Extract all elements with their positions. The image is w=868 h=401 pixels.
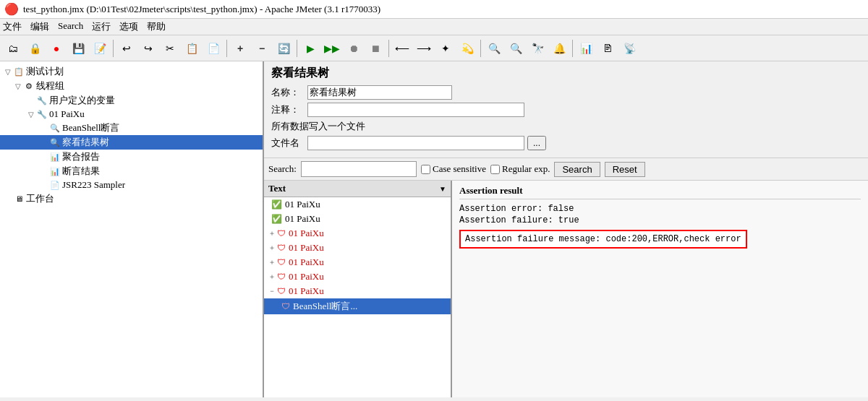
expand-btn-5[interactable]: ＋ — [268, 257, 276, 267]
tb-forward[interactable]: ⟶ — [414, 38, 434, 59]
regular-exp-label: Regular exp. — [502, 163, 550, 175]
tb-chart[interactable]: 📊 — [576, 38, 596, 59]
tb-undo[interactable]: ↩ — [116, 38, 137, 59]
expand-btn-6[interactable]: ＋ — [268, 272, 276, 282]
browse-button[interactable]: ... — [527, 136, 546, 150]
menu-help[interactable]: 帮助 — [147, 20, 166, 33]
result-item-8[interactable]: 🛡 BeanShell断言... — [264, 298, 451, 314]
menu-run[interactable]: 运行 — [92, 20, 111, 33]
result-item-1[interactable]: ✅ 01 PaiXu — [264, 197, 451, 212]
case-sensitive-checkbox[interactable] — [421, 165, 430, 174]
tb-stop[interactable]: ⏹ — [365, 38, 386, 59]
result-item-4[interactable]: ＋ 🛡 01 PaiXu — [264, 241, 451, 255]
tb-start[interactable]: ▶ — [300, 38, 320, 59]
menu-search[interactable]: Search — [58, 20, 83, 33]
config-section: 察看结果树 名称： 注释： 所有数据写入一个文件 文件名 ... — [264, 61, 868, 158]
result-item-3[interactable]: ＋ 🛡 01 PaiXu — [264, 226, 451, 241]
tb-remove[interactable]: − — [252, 38, 272, 59]
search-button[interactable]: Search — [554, 162, 600, 177]
tb-doc[interactable]: 🖹 — [597, 38, 618, 59]
result-item-6[interactable]: ＋ 🛡 01 PaiXu — [264, 270, 451, 284]
tb-open[interactable]: 🗂 — [3, 38, 23, 59]
tb-record[interactable]: ⏺ — [344, 38, 364, 59]
result-label-7: 01 PaiXu — [289, 285, 324, 297]
tb-expand[interactable]: ✦ — [435, 38, 456, 59]
tb-lock[interactable]: 🔒 — [25, 38, 45, 59]
label-aggregate: 聚合报告 — [62, 150, 100, 163]
config-filename-label: 文件名 — [271, 137, 307, 150]
tb-back[interactable]: ⟵ — [392, 38, 412, 59]
result-label-5: 01 PaiXu — [289, 256, 324, 268]
toolbar: 🗂 🔒 ● 💾 📝 ↩ ↪ ✂ 📋 📄 + − 🔄 ▶ ▶▶ ⏺ ⏹ ⟵ ⟶ ✦… — [0, 35, 868, 61]
tb-refresh[interactable]: 🔄 — [273, 38, 294, 59]
expand-icon-thread-group[interactable]: ▽ — [13, 82, 23, 90]
results-area: Text ▼ ✅ 01 PaiXu ✅ 01 PaiXu ＋ 🛡 01 — [264, 181, 868, 397]
tree-item-workbench[interactable]: 🖥 工作台 — [0, 191, 263, 206]
tree-item-jsr223[interactable]: 📄 JSR223 Sampler — [0, 178, 263, 191]
search-label: Search: — [268, 163, 297, 175]
menu-edit[interactable]: 编辑 — [30, 20, 49, 33]
tb-search2[interactable]: 🔍 — [506, 38, 526, 59]
config-filename-row: 文件名 ... — [271, 136, 861, 150]
config-name-input[interactable] — [307, 85, 452, 100]
tb-paste[interactable]: 📄 — [203, 38, 224, 59]
regular-exp-checkbox[interactable] — [490, 165, 500, 174]
tb-search1[interactable]: 🔍 — [484, 38, 504, 59]
tb-bell[interactable]: 🔔 — [549, 38, 569, 59]
expand-btn-3[interactable]: ＋ — [268, 228, 276, 238]
label-user-vars: 用户定义的变量 — [49, 94, 115, 107]
tree-item-assertion-results[interactable]: 📊 断言结果 — [0, 164, 263, 178]
tree-item-user-vars[interactable]: 🔧 用户定义的变量 — [0, 93, 263, 108]
icon-beanshell: 🔍 — [49, 122, 61, 134]
tree-item-results-tree[interactable]: 🔍 察看结果树 — [0, 135, 263, 150]
result-label-6: 01 PaiXu — [289, 271, 324, 283]
assertion-column: Assertion result Assertion error: false … — [452, 181, 868, 397]
tb-network[interactable]: 📡 — [619, 38, 639, 59]
result-label-4: 01 PaiXu — [289, 242, 324, 254]
config-comment-input[interactable] — [307, 103, 524, 117]
icon-aggregate: 📊 — [49, 151, 61, 163]
expand-icon-paixu[interactable]: ▽ — [26, 111, 36, 118]
title-bar: 🔴 test_python.jmx (D:\01Test\02Jmeter\sc… — [0, 0, 868, 19]
tb-telescope[interactable]: 🔭 — [527, 38, 548, 59]
search-input[interactable] — [301, 161, 417, 177]
result-item-5[interactable]: ＋ 🛡 01 PaiXu — [264, 255, 451, 270]
tree-item-beanshell[interactable]: 🔍 BeanShell断言 — [0, 121, 263, 135]
menu-options[interactable]: 选项 — [119, 20, 138, 33]
tree-item-paixu[interactable]: ▽ 🔧 01 PaiXu — [0, 108, 263, 121]
result-item-7[interactable]: － 🛡 01 PaiXu — [264, 284, 451, 298]
tb-cut2[interactable]: 📝 — [90, 38, 110, 59]
result-item-2[interactable]: ✅ 01 PaiXu — [264, 212, 451, 226]
expand-btn-7[interactable]: － — [268, 286, 276, 296]
config-title: 察看结果树 — [271, 66, 861, 81]
main-content: ▽ 📋 测试计划 ▽ ⚙ 线程组 🔧 用户定义的变量 ▽ 🔧 01 PaiXu … — [0, 61, 868, 397]
tb-copy[interactable]: 📋 — [182, 38, 202, 59]
tb-add[interactable]: + — [230, 38, 250, 59]
icon-assertion-results: 📊 — [49, 165, 61, 177]
config-filename-input[interactable] — [307, 136, 524, 150]
tb-save[interactable]: 💾 — [68, 38, 88, 59]
label-paixu: 01 PaiXu — [49, 108, 85, 120]
tree-item-test-plan[interactable]: ▽ 📋 测试计划 — [0, 64, 263, 79]
tb-redo[interactable]: ↪ — [138, 38, 158, 59]
menu-bar: 文件 编辑 Search 运行 选项 帮助 — [0, 19, 868, 35]
label-test-plan: 测试计划 — [26, 65, 64, 78]
tb-sep2 — [226, 40, 227, 57]
tb-sep5 — [480, 40, 481, 57]
tb-sep3 — [297, 40, 297, 57]
tb-cut[interactable]: ✂ — [160, 38, 180, 59]
status-icon-3: 🛡 — [277, 228, 286, 239]
tb-sep6 — [572, 40, 573, 57]
icon-thread-group: ⚙ — [23, 80, 35, 92]
icon-user-vars: 🔧 — [36, 95, 48, 106]
tree-item-thread-group[interactable]: ▽ ⚙ 线程组 — [0, 79, 263, 93]
menu-file[interactable]: 文件 — [3, 20, 22, 33]
tb-red[interactable]: ● — [46, 38, 67, 59]
text-column-sort: ▼ — [439, 185, 446, 193]
expand-btn-4[interactable]: ＋ — [268, 243, 276, 253]
tb-start-no-pause[interactable]: ▶▶ — [322, 38, 342, 59]
reset-button[interactable]: Reset — [605, 162, 645, 177]
tb-collapse[interactable]: 💫 — [457, 38, 477, 59]
expand-icon-test-plan[interactable]: ▽ — [3, 68, 13, 76]
tree-item-aggregate[interactable]: 📊 聚合报告 — [0, 150, 263, 164]
